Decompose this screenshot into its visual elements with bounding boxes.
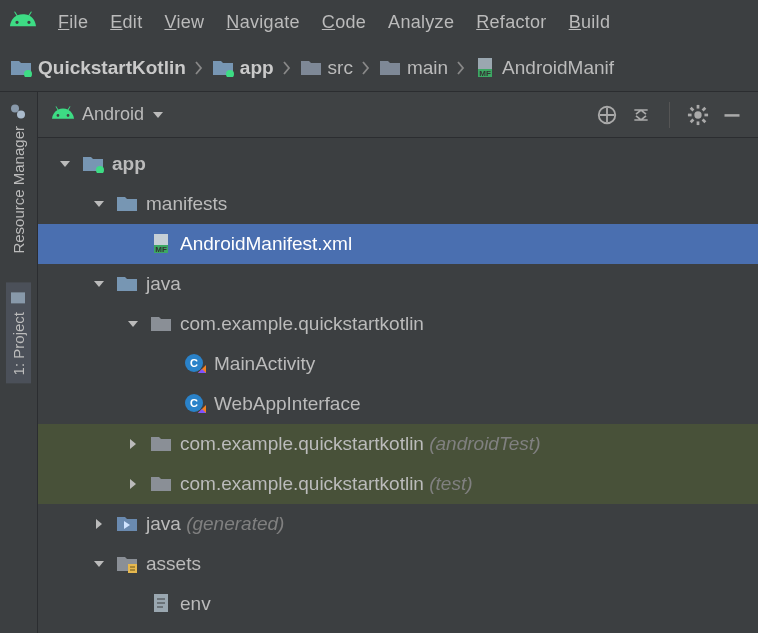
folder-icon [116,275,138,293]
svg-line-16 [691,119,694,122]
toolstrip-resource-manager[interactable]: Resource Manager [10,104,27,254]
tree-node-java[interactable]: java [38,264,758,304]
divider [669,102,670,128]
project-folder-icon [10,59,32,77]
menu-navigate[interactable]: Navigate [226,12,299,33]
breadcrumb: QuickstartKotlin app src main MF Android… [0,44,758,92]
chevron-right-icon [192,54,206,82]
tree-label: AndroidManifest.xml [180,233,352,255]
module-folder-icon [82,155,104,173]
tree-node-pkg-androidtest[interactable]: com.example.quickstartkotlin (androidTes… [38,424,758,464]
tree-node-env[interactable]: env [38,584,758,624]
module-folder-icon [212,59,234,77]
android-logo-icon [10,11,36,33]
left-toolstrip: Resource Manager 1: Project [0,92,38,633]
menu-file[interactable]: File [58,12,88,33]
menu-analyze[interactable]: Analyze [388,12,454,33]
collapse-all-icon[interactable] [629,103,653,127]
breadcrumb-main[interactable]: main [379,57,448,79]
breadcrumb-project-label: QuickstartKotlin [38,57,186,79]
package-icon [150,315,172,333]
tree-node-main-activity[interactable]: C MainActivity [38,344,758,384]
breadcrumb-module-label: app [240,57,274,79]
svg-line-14 [691,107,694,110]
tree-label: MainActivity [214,353,315,375]
tree-label: com.example.quickstartkotlin (androidTes… [180,433,540,455]
svg-text:C: C [190,357,198,369]
project-view-selector[interactable]: Android [52,104,164,125]
folder-icon [300,59,322,77]
disclosure-expanded-icon[interactable] [56,155,74,173]
breadcrumb-src[interactable]: src [300,57,353,79]
generated-folder-icon [116,515,138,533]
toolstrip-project[interactable]: 1: Project [6,282,31,383]
disclosure-expanded-icon[interactable] [90,555,108,573]
breadcrumb-project[interactable]: QuickstartKotlin [10,57,186,79]
project-view-selector-label: Android [82,104,144,125]
kotlin-class-icon: C [184,353,206,375]
folder-icon [116,195,138,213]
tree-label: assets [146,553,201,575]
tree-label: com.example.quickstartkotlin [180,313,424,335]
tree-node-manifests[interactable]: manifests [38,184,758,224]
tree-node-pkg-test[interactable]: com.example.quickstartkotlin (test) [38,464,758,504]
disclosure-collapsed-icon[interactable] [124,435,142,453]
tree-label: java (generated) [146,513,284,535]
toolstrip-resource-manager-label: Resource Manager [10,126,27,254]
project-panel-header: Android [38,92,758,138]
disclosure-expanded-icon[interactable] [90,275,108,293]
svg-line-17 [703,107,706,110]
svg-point-6 [12,105,20,113]
breadcrumb-file-label: AndroidManif [502,57,614,79]
folder-icon [379,59,401,77]
tree-node-app[interactable]: app [38,144,758,184]
menu-refactor[interactable]: Refactor [476,12,546,33]
menu-code[interactable]: Code [322,12,366,33]
text-file-icon [150,593,172,615]
menu-view[interactable]: View [164,12,204,33]
tree-node-java-generated[interactable]: java (generated) [38,504,758,544]
breadcrumb-file[interactable]: MF AndroidManif [474,57,614,79]
tree-label: app [112,153,146,175]
tree-node-pkg-main[interactable]: com.example.quickstartkotlin [38,304,758,344]
tree-label: manifests [146,193,227,215]
main-menu-bar: File Edit View Navigate Code Analyze Ref… [0,0,758,44]
breadcrumb-module[interactable]: app [212,57,274,79]
chevron-right-icon [359,54,373,82]
tree-label: java [146,273,181,295]
manifest-file-icon: MF [474,57,496,79]
menu-build[interactable]: Build [569,12,611,33]
disclosure-collapsed-icon[interactable] [124,475,142,493]
svg-rect-18 [725,114,740,117]
svg-text:MF: MF [479,69,491,78]
chevron-right-icon [454,54,468,82]
tree-node-assets[interactable]: assets [38,544,758,584]
select-opened-file-icon[interactable] [595,103,619,127]
breadcrumb-main-label: main [407,57,448,79]
disclosure-expanded-icon[interactable] [124,315,142,333]
project-icon [11,290,27,306]
svg-text:MF: MF [155,245,167,254]
svg-point-5 [18,111,26,119]
package-icon [150,475,172,493]
svg-point-9 [694,111,701,118]
tree-node-webapp-interface[interactable]: C WebAppInterface [38,384,758,424]
svg-rect-7 [12,292,26,303]
svg-rect-27 [128,564,137,573]
tree-label: com.example.quickstartkotlin (test) [180,473,473,495]
gear-icon[interactable] [686,103,710,127]
project-tree[interactable]: app manifests MF AndroidManifest.xml jav… [38,138,758,633]
tree-node-manifest-file[interactable]: MF AndroidManifest.xml [38,224,758,264]
project-panel: Android app [38,92,758,633]
package-icon [150,435,172,453]
disclosure-collapsed-icon[interactable] [90,515,108,533]
menu-edit[interactable]: Edit [110,12,142,33]
manifest-file-icon: MF [150,233,172,255]
svg-line-15 [703,119,706,122]
disclosure-expanded-icon[interactable] [90,195,108,213]
minimize-icon[interactable] [720,103,744,127]
resource-manager-icon [11,104,27,120]
kotlin-class-icon: C [184,393,206,415]
assets-folder-icon [116,555,138,573]
android-logo-icon [52,105,74,125]
